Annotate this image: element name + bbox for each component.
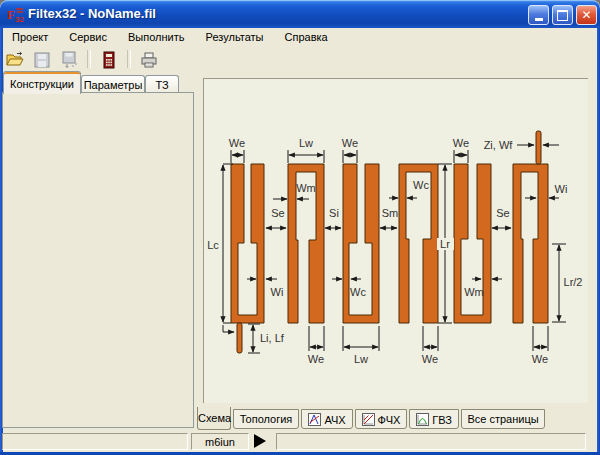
save-as-button[interactable] [57, 48, 81, 71]
dim-lw-label: Lw [299, 137, 313, 149]
dim-wm-label: Wm [296, 182, 316, 194]
menu-item-run[interactable]: Выполнить [119, 28, 193, 46]
dim-we-label: We [308, 353, 324, 365]
pfc-chart-icon [362, 413, 375, 426]
toolbar-separator [127, 50, 131, 68]
tab-pfc-label: ФЧХ [378, 414, 401, 426]
tab-pfc[interactable]: ФЧХ [355, 409, 407, 429]
menu-bar: Проект Сервис Выполнить Результаты Справ… [3, 28, 597, 47]
dim-se-label: Se [271, 207, 284, 219]
schema-page: We Lw We We Zi, Wf Wm Wc Wi Se Si Sm Se … [203, 78, 588, 403]
toolbar [3, 47, 597, 72]
output-feed-line [536, 131, 541, 164]
menu-item-project[interactable]: Проект [3, 28, 57, 46]
menu-item-service[interactable]: Сервис [60, 28, 116, 46]
svg-text:32: 32 [15, 15, 24, 23]
svg-text:F: F [7, 7, 15, 22]
tab-all-pages[interactable]: Все страницы [461, 409, 545, 429]
app-icon: F 32 [7, 6, 24, 23]
dim-wi-label: Wi [271, 286, 284, 298]
group-delay-chart-icon [416, 413, 429, 426]
open-file-button[interactable] [3, 48, 27, 71]
tab-schema[interactable]: Схема [197, 407, 231, 430]
close-icon: ✕ [581, 9, 591, 21]
tab-topology-label: Топология [240, 413, 293, 425]
dim-we-label: We [229, 137, 245, 149]
tab-constructions-label: Конструкции [10, 78, 74, 90]
dim-lr-label: Lr [440, 238, 450, 250]
tab-tz[interactable]: ТЗ [145, 75, 179, 93]
save-floppy-icon [32, 50, 52, 70]
tab-all-pages-label: Все страницы [467, 413, 538, 425]
save-as-icon [59, 50, 79, 70]
dim-we-label: We [422, 353, 438, 365]
input-feed-line [237, 323, 242, 353]
tab-gvz[interactable]: ГВЗ [409, 409, 459, 429]
tab-parameters-label: Параметры [84, 79, 143, 91]
window-title: Filtex32 - NoName.fil [28, 6, 156, 21]
title-bar[interactable]: F 32 Filtex32 - NoName.fil ✕ [0, 0, 600, 28]
menu-item-results[interactable]: Результаты [197, 28, 273, 46]
maximize-button[interactable] [552, 5, 573, 25]
status-current-construction: m6iun [191, 433, 249, 450]
dim-sm-label: Sm [382, 207, 399, 219]
calculator-icon [99, 50, 119, 70]
tab-afc[interactable]: АЧХ [301, 409, 353, 429]
tab-gvz-label: ГВЗ [432, 414, 452, 426]
dim-se-label: Se [496, 207, 509, 219]
save-button[interactable] [30, 48, 54, 71]
afc-chart-icon [308, 413, 321, 426]
dim-we-label: We [342, 137, 358, 149]
dim-wi-label: Wi [555, 183, 568, 195]
minimize-button[interactable] [528, 5, 549, 25]
tab-parameters[interactable]: Параметры [81, 75, 145, 93]
next-arrow-button[interactable] [254, 434, 266, 448]
dim-si-label: Si [329, 207, 339, 219]
minimize-icon [535, 18, 543, 21]
tab-tz-label: ТЗ [155, 79, 168, 91]
calculate-button[interactable] [97, 48, 121, 71]
menu-item-help[interactable]: Справка [276, 28, 337, 46]
tab-topology[interactable]: Топология [233, 409, 299, 429]
constructions-panel [2, 92, 194, 428]
tab-schema-label: Схема [198, 412, 231, 424]
dim-wm-label: Wm [464, 286, 484, 298]
app-window: F 32 Filtex32 - NoName.fil ✕ Проект Серв… [0, 0, 600, 455]
dim-lr-half-label: Lr/2 [564, 276, 583, 288]
status-cell-left [2, 433, 188, 450]
print-button[interactable] [137, 48, 161, 71]
dim-we-label: We [532, 353, 548, 365]
dim-we-label: We [453, 137, 469, 149]
resonators [231, 131, 548, 353]
open-folder-icon [5, 50, 25, 70]
tab-afc-label: АЧХ [324, 414, 345, 426]
status-cell-right [276, 433, 586, 450]
dim-zi-wf-label: Zi, Wf [484, 139, 514, 151]
dim-lw-label: Lw [354, 353, 368, 365]
dim-lc-label: Lc [207, 239, 219, 251]
dim-li-lf-label: Li, Lf [260, 332, 285, 344]
tab-constructions[interactable]: Конструкции [3, 71, 81, 94]
printer-icon [139, 50, 159, 70]
maximize-icon [557, 10, 568, 21]
close-button[interactable]: ✕ [576, 5, 597, 25]
dim-wc-label: Wc [350, 286, 366, 298]
dim-wc-label: Wc [413, 179, 429, 191]
schematic-diagram: We Lw We We Zi, Wf Wm Wc Wi Se Si Sm Se … [204, 79, 589, 404]
toolbar-separator [87, 50, 91, 68]
